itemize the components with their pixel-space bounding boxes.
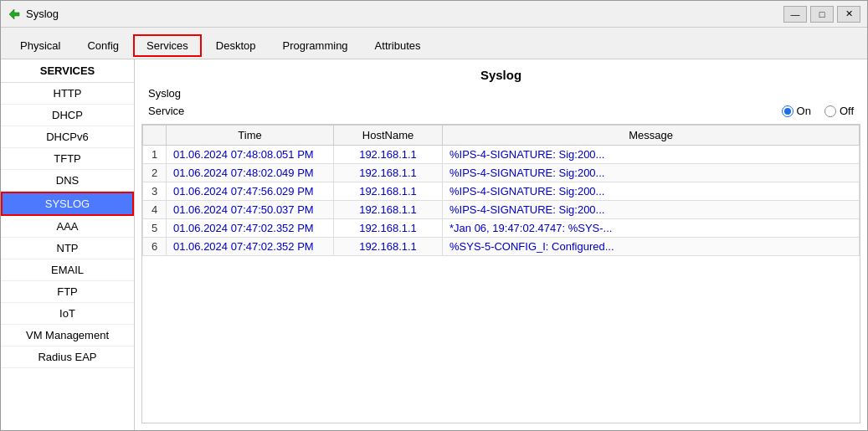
- cell-host: 192.168.1.1: [334, 238, 443, 256]
- content-area: Syslog Syslog Service On Off: [135, 59, 867, 430]
- minimize-button[interactable]: —: [783, 6, 807, 23]
- radio-on-circle[interactable]: [782, 105, 794, 117]
- cell-message: *Jan 06, 19:47:02.4747: %SYS-...: [443, 219, 860, 238]
- cell-time: 01.06.2024 07:47:02.352 PM: [167, 238, 334, 256]
- cell-host: 192.168.1.1: [334, 201, 443, 219]
- sidebar-item-radius-eap[interactable]: Radius EAP: [1, 346, 134, 368]
- cell-message: %SYS-5-CONFIG_I: Configured...: [443, 238, 860, 256]
- cell-message: %IPS-4-SIGNATURE: Sig:200...: [443, 146, 860, 164]
- window-title: Syslog: [26, 8, 59, 20]
- radio-off-circle[interactable]: [824, 105, 836, 117]
- radio-on-label: On: [797, 105, 811, 117]
- cell-num: 4: [143, 201, 167, 219]
- sidebar-item-syslog[interactable]: SYSLOG: [1, 192, 134, 216]
- service-row: Service On Off: [135, 101, 867, 124]
- maximize-button[interactable]: □: [810, 6, 834, 23]
- radio-off-option[interactable]: Off: [824, 105, 854, 117]
- table-row: 3 01.06.2024 07:47:56.029 PM 192.168.1.1…: [143, 182, 860, 201]
- sidebar-item-email[interactable]: EMAIL: [1, 259, 134, 281]
- tab-physical[interactable]: Physical: [8, 35, 73, 56]
- cell-host: 192.168.1.1: [334, 164, 443, 182]
- main-content: SERVICES HTTP DHCP DHCPv6 TFTP DNS SYSLO…: [1, 59, 867, 430]
- sidebar-item-dns[interactable]: DNS: [1, 170, 134, 192]
- radio-on-option[interactable]: On: [782, 105, 811, 117]
- tab-services[interactable]: Services: [133, 34, 202, 57]
- cell-message: %IPS-4-SIGNATURE: Sig:200...: [443, 182, 860, 201]
- window-controls: — □ ✕: [783, 6, 860, 23]
- section-label: Syslog: [135, 85, 867, 101]
- cell-num: 5: [143, 219, 167, 238]
- tab-programming[interactable]: Programming: [270, 35, 361, 56]
- cell-time: 01.06.2024 07:47:56.029 PM: [167, 182, 334, 201]
- log-table: Time HostName Message 1 01.06.2024 07:48…: [142, 125, 860, 256]
- sidebar: SERVICES HTTP DHCP DHCPv6 TFTP DNS SYSLO…: [1, 59, 135, 430]
- sidebar-item-http[interactable]: HTTP: [1, 83, 134, 105]
- col-hostname: HostName: [334, 126, 443, 146]
- cell-num: 1: [143, 146, 167, 164]
- col-time: Time: [167, 126, 334, 146]
- sidebar-item-aaa[interactable]: AAA: [1, 216, 134, 238]
- col-num: [143, 126, 167, 146]
- app-icon: [8, 8, 21, 21]
- cell-num: 6: [143, 238, 167, 256]
- title-bar: Syslog — □ ✕: [1, 1, 867, 28]
- cell-time: 01.06.2024 07:47:50.037 PM: [167, 201, 334, 219]
- cell-message: %IPS-4-SIGNATURE: Sig:200...: [443, 201, 860, 219]
- cell-num: 3: [143, 182, 167, 201]
- cell-time: 01.06.2024 07:47:02.352 PM: [167, 219, 334, 238]
- svg-marker-0: [9, 9, 19, 19]
- table-row: 5 01.06.2024 07:47:02.352 PM 192.168.1.1…: [143, 219, 860, 238]
- service-label: Service: [148, 105, 782, 117]
- sidebar-item-dhcpv6[interactable]: DHCPv6: [1, 126, 134, 148]
- sidebar-item-ftp[interactable]: FTP: [1, 281, 134, 303]
- cell-time: 01.06.2024 07:48:02.049 PM: [167, 164, 334, 182]
- cell-message: %IPS-4-SIGNATURE: Sig:200...: [443, 164, 860, 182]
- main-window: Syslog — □ ✕ Physical Config Services De…: [0, 0, 868, 431]
- radio-group: On Off: [782, 105, 854, 117]
- sidebar-item-dhcp[interactable]: DHCP: [1, 105, 134, 126]
- cell-host: 192.168.1.1: [334, 146, 443, 164]
- sidebar-header: SERVICES: [1, 59, 134, 83]
- content-title: Syslog: [135, 59, 867, 85]
- table-row: 6 01.06.2024 07:47:02.352 PM 192.168.1.1…: [143, 238, 860, 256]
- radio-off-label: Off: [840, 105, 854, 117]
- table-header-row: Time HostName Message: [143, 126, 860, 146]
- cell-num: 2: [143, 164, 167, 182]
- cell-host: 192.168.1.1: [334, 182, 443, 201]
- sidebar-item-iot[interactable]: IoT: [1, 303, 134, 325]
- col-message: Message: [443, 126, 860, 146]
- table-row: 4 01.06.2024 07:47:50.037 PM 192.168.1.1…: [143, 201, 860, 219]
- tab-attributes[interactable]: Attributes: [362, 35, 434, 56]
- tab-bar: Physical Config Services Desktop Program…: [1, 28, 867, 59]
- cell-host: 192.168.1.1: [334, 219, 443, 238]
- table-row: 2 01.06.2024 07:48:02.049 PM 192.168.1.1…: [143, 164, 860, 182]
- title-bar-left: Syslog: [8, 8, 59, 21]
- sidebar-item-vm-management[interactable]: VM Management: [1, 325, 134, 346]
- sidebar-scroll[interactable]: HTTP DHCP DHCPv6 TFTP DNS SYSLOG AAA NTP…: [1, 83, 134, 430]
- sidebar-item-ntp[interactable]: NTP: [1, 238, 134, 259]
- sidebar-item-tftp[interactable]: TFTP: [1, 148, 134, 170]
- close-button[interactable]: ✕: [837, 6, 860, 23]
- log-table-wrapper[interactable]: Time HostName Message 1 01.06.2024 07:48…: [141, 124, 860, 423]
- table-row: 1 01.06.2024 07:48:08.051 PM 192.168.1.1…: [143, 146, 860, 164]
- cell-time: 01.06.2024 07:48:08.051 PM: [167, 146, 334, 164]
- tab-config[interactable]: Config: [74, 35, 131, 56]
- tab-desktop[interactable]: Desktop: [203, 35, 269, 56]
